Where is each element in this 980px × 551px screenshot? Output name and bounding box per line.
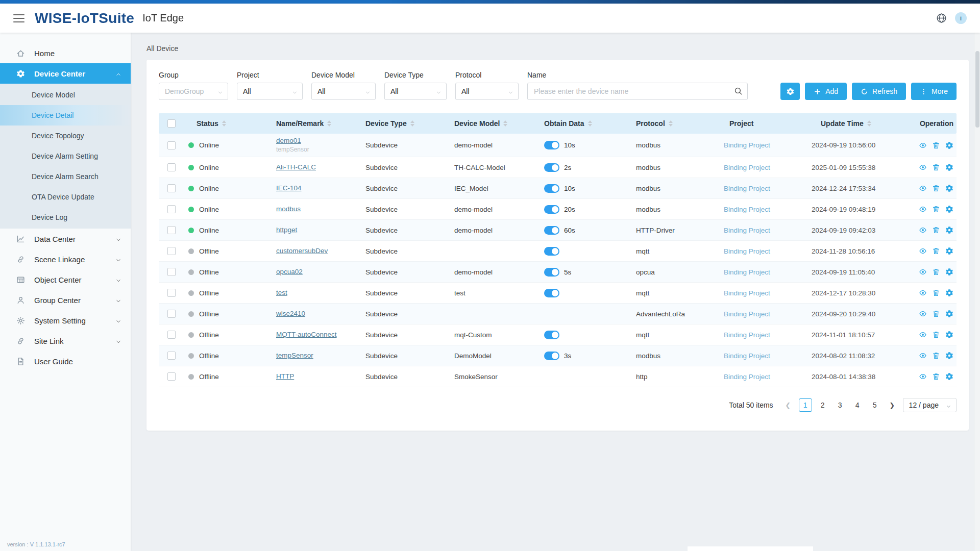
- sidebar-item-home[interactable]: Home: [0, 43, 131, 63]
- sort-carets-icon[interactable]: [410, 120, 414, 127]
- device-settings-button[interactable]: [945, 372, 953, 381]
- obtain-data-toggle[interactable]: [544, 226, 559, 235]
- binding-project-link[interactable]: Binding Project: [724, 289, 770, 297]
- sidebar-item-group-center[interactable]: Group Center: [0, 290, 131, 310]
- device-name-link[interactable]: IEC-104: [276, 184, 302, 193]
- view-device-button[interactable]: [919, 141, 927, 149]
- view-device-button[interactable]: [919, 331, 927, 339]
- submenu-item-device-detail[interactable]: Device Detail: [0, 105, 131, 126]
- delete-device-button[interactable]: [932, 289, 940, 297]
- device-settings-button[interactable]: [945, 331, 953, 339]
- column-header-device-type[interactable]: Device Type: [365, 119, 454, 128]
- row-checkbox[interactable]: [167, 247, 176, 255]
- sidebar-item-data-center[interactable]: Data Center: [0, 229, 131, 249]
- submenu-item-ota-device-update[interactable]: OTA Device Update: [0, 187, 131, 207]
- delete-device-button[interactable]: [932, 372, 940, 381]
- device-settings-button[interactable]: [945, 247, 953, 255]
- row-checkbox[interactable]: [167, 226, 176, 234]
- device-settings-button[interactable]: [945, 205, 953, 213]
- obtain-data-toggle[interactable]: [544, 247, 559, 256]
- submenu-item-device-alarm-setting[interactable]: Device Alarm Setting: [0, 146, 131, 166]
- view-device-button[interactable]: [919, 289, 927, 297]
- language-globe-icon[interactable]: [936, 13, 947, 23]
- delete-device-button[interactable]: [932, 352, 940, 360]
- view-device-button[interactable]: [919, 310, 927, 318]
- binding-project-link[interactable]: Binding Project: [724, 352, 770, 360]
- obtain-data-toggle[interactable]: [544, 184, 559, 193]
- column-header-status[interactable]: Status: [184, 119, 276, 128]
- binding-project-link[interactable]: Binding Project: [724, 373, 770, 381]
- device-name-link[interactable]: test: [276, 289, 287, 297]
- sort-carets-icon[interactable]: [327, 120, 331, 127]
- row-checkbox[interactable]: [167, 289, 176, 297]
- device-settings-button[interactable]: [945, 310, 953, 318]
- device-name-link[interactable]: MQTT-autoConnect: [276, 331, 337, 339]
- device-name-link[interactable]: HTTP: [276, 372, 294, 381]
- row-checkbox[interactable]: [167, 352, 176, 360]
- obtain-data-toggle[interactable]: [544, 141, 559, 149]
- device-name-search-input[interactable]: [527, 83, 748, 100]
- column-header-name[interactable]: Name/Remark: [276, 119, 365, 128]
- obtain-data-toggle[interactable]: [544, 205, 559, 214]
- delete-device-button[interactable]: [932, 268, 940, 276]
- device-settings-button[interactable]: [945, 268, 953, 276]
- binding-project-link[interactable]: Binding Project: [724, 227, 770, 234]
- device-name-link[interactable]: demo01: [276, 137, 309, 145]
- delete-device-button[interactable]: [932, 247, 940, 255]
- device-name-link[interactable]: httpget: [276, 226, 297, 235]
- select-all-checkbox[interactable]: [167, 119, 176, 128]
- device-name-link[interactable]: modbus: [276, 205, 301, 214]
- binding-project-link[interactable]: Binding Project: [724, 185, 770, 192]
- sidebar-item-system-setting[interactable]: System Setting: [0, 310, 131, 331]
- more-button[interactable]: More: [911, 83, 957, 100]
- binding-project-link[interactable]: Binding Project: [724, 310, 770, 318]
- row-checkbox[interactable]: [167, 205, 176, 213]
- device-settings-button[interactable]: [945, 289, 953, 297]
- delete-device-button[interactable]: [932, 331, 940, 339]
- view-device-button[interactable]: [919, 372, 927, 381]
- row-checkbox[interactable]: [167, 331, 176, 339]
- row-checkbox[interactable]: [167, 141, 176, 149]
- page-scrollbar[interactable]: [974, 33, 980, 551]
- page-button-1[interactable]: 1: [799, 398, 812, 412]
- row-checkbox[interactable]: [167, 268, 176, 276]
- binding-project-link[interactable]: Binding Project: [724, 164, 770, 171]
- column-header-device-model[interactable]: Device Model: [454, 119, 544, 128]
- sidebar-item-object-center[interactable]: Object Center: [0, 269, 131, 290]
- delete-device-button[interactable]: [932, 205, 940, 213]
- view-device-button[interactable]: [919, 352, 927, 360]
- device-model-select[interactable]: All: [311, 83, 376, 100]
- device-settings-button[interactable]: [945, 141, 953, 149]
- view-device-button[interactable]: [919, 163, 927, 171]
- device-name-link[interactable]: opcua02: [276, 268, 303, 277]
- device-name-link[interactable]: tempSensor: [276, 352, 313, 360]
- sort-carets-icon[interactable]: [669, 120, 673, 127]
- column-header-obtain-data[interactable]: Obtain Data: [544, 119, 636, 128]
- view-device-button[interactable]: [919, 184, 927, 192]
- row-checkbox[interactable]: [167, 372, 176, 381]
- search-icon[interactable]: [734, 87, 743, 95]
- view-device-button[interactable]: [919, 205, 927, 213]
- sort-carets-icon[interactable]: [222, 120, 226, 127]
- hamburger-menu-icon[interactable]: [13, 14, 24, 22]
- delete-device-button[interactable]: [932, 310, 940, 318]
- row-checkbox[interactable]: [167, 310, 176, 318]
- submenu-item-device-model[interactable]: Device Model: [0, 85, 131, 105]
- obtain-data-toggle[interactable]: [544, 331, 559, 339]
- sort-carets-icon[interactable]: [503, 120, 507, 127]
- device-name-link[interactable]: Ali-TH-CALC: [276, 163, 316, 172]
- obtain-data-toggle[interactable]: [544, 268, 559, 277]
- device-settings-button[interactable]: [945, 184, 953, 192]
- column-header-update-time[interactable]: Update Time: [812, 119, 919, 128]
- binding-project-link[interactable]: Binding Project: [724, 141, 770, 149]
- prev-page-button[interactable]: ❮: [781, 398, 795, 412]
- sidebar-item-site-link[interactable]: Site Link: [0, 331, 131, 351]
- sort-carets-icon[interactable]: [867, 120, 871, 127]
- binding-project-link[interactable]: Binding Project: [724, 206, 770, 213]
- sidebar-item-device-center[interactable]: Device Center: [0, 63, 131, 84]
- binding-project-link[interactable]: Binding Project: [724, 268, 770, 276]
- page-button-4[interactable]: 4: [851, 398, 864, 412]
- page-size-select[interactable]: 12 / page: [903, 398, 957, 412]
- submenu-item-device-log[interactable]: Device Log: [0, 207, 131, 228]
- binding-project-link[interactable]: Binding Project: [724, 247, 770, 255]
